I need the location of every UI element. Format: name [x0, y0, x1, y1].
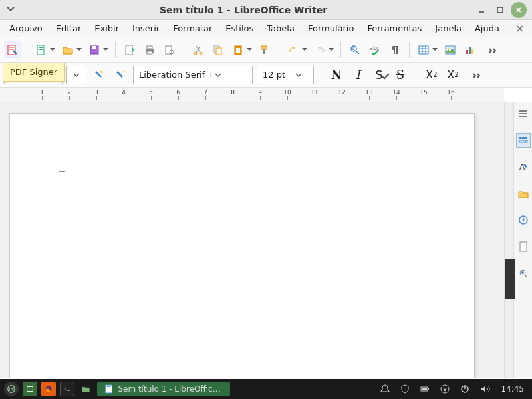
start-menu-button[interactable]: lm — [4, 382, 19, 396]
italic-button[interactable]: I — [349, 66, 366, 84]
print-preview-button[interactable] — [161, 41, 178, 59]
terminal-launcher[interactable] — [60, 382, 74, 396]
svg-rect-44 — [107, 388, 111, 388]
menu-arquivo[interactable]: Arquivo — [4, 21, 48, 35]
menu-bar: Arquivo Editar Exibir Inserir Formatar E… — [0, 20, 532, 37]
font-name-combo[interactable]: Liberation Serif — [133, 66, 253, 84]
open-button[interactable] — [59, 41, 76, 59]
svg-text:lm: lm — [9, 387, 15, 392]
vertical-scrollbar[interactable] — [504, 102, 513, 378]
menu-estilos[interactable]: Estilos — [220, 21, 259, 35]
document-viewport[interactable] — [0, 102, 504, 378]
notifications-icon[interactable] — [377, 382, 393, 396]
menu-tabela[interactable]: Tabela — [261, 21, 300, 35]
svg-point-37 — [521, 271, 524, 274]
insert-chart-button[interactable] — [462, 41, 479, 59]
redo-button[interactable] — [311, 41, 329, 59]
formatting-toolbar: arágrafo Liberation Serif 12 pt N I S S … — [0, 63, 532, 88]
menu-exibir[interactable]: Exibir — [89, 21, 124, 35]
new-style-button[interactable] — [112, 66, 129, 84]
menu-inserir[interactable]: Inserir — [127, 21, 165, 35]
standard-toolbar: A abc — [0, 37, 532, 63]
minimize-button[interactable] — [473, 2, 489, 18]
strikethrough-button[interactable]: S — [392, 66, 409, 84]
insert-image-button[interactable] — [442, 41, 459, 59]
font-size-combo[interactable]: 12 pt — [257, 66, 314, 84]
svg-rect-7 — [126, 45, 132, 55]
close-document-button[interactable]: × — [511, 23, 528, 35]
battery-tray-icon[interactable] — [417, 382, 433, 396]
undo-button[interactable] — [285, 41, 302, 59]
volume-tray-icon[interactable] — [477, 382, 493, 396]
taskbar-active-window[interactable]: Sem título 1 - LibreOffice ... — [97, 382, 230, 396]
svg-rect-10 — [147, 51, 152, 54]
spellcheck-button[interactable]: abc — [366, 41, 384, 59]
svg-text:A: A — [519, 162, 525, 172]
properties-panel-icon[interactable] — [516, 133, 531, 148]
tooltip: PDF Signer — [3, 63, 65, 82]
menu-janela[interactable]: Janela — [430, 21, 467, 35]
subscript-button[interactable]: X2 — [444, 66, 462, 84]
find-replace-button[interactable]: A — [346, 41, 364, 59]
font-size-value: 12 pt — [257, 70, 291, 80]
svg-point-13 — [194, 52, 197, 55]
update-style-button[interactable] — [90, 66, 108, 84]
export-pdf-button[interactable] — [121, 41, 138, 59]
svg-rect-9 — [147, 46, 152, 49]
menu-ferramentas[interactable]: Ferramentas — [362, 21, 427, 35]
svg-point-14 — [200, 52, 202, 55]
formatting-marks-button[interactable] — [386, 41, 404, 59]
shield-tray-icon[interactable] — [397, 382, 413, 396]
svg-rect-0 — [497, 7, 503, 13]
paste-button[interactable] — [229, 41, 247, 59]
document-page[interactable] — [9, 113, 475, 378]
navigator-panel-icon[interactable] — [516, 213, 531, 227]
svg-point-31 — [521, 138, 522, 139]
save-button[interactable] — [86, 41, 103, 59]
cut-button[interactable] — [190, 41, 207, 59]
new-document-button[interactable] — [33, 41, 50, 59]
system-taskbar: lm Sem título 1 - LibreOffice ... 14:45 — [0, 379, 532, 399]
svg-rect-46 — [428, 388, 429, 390]
maximize-button[interactable] — [492, 2, 508, 18]
toolbar-overflow-button[interactable] — [484, 41, 501, 59]
style-inspector-icon[interactable] — [516, 266, 531, 281]
print-button[interactable] — [141, 41, 158, 59]
close-button[interactable] — [511, 2, 527, 18]
font-name-value: Liberation Serif — [134, 70, 210, 80]
svg-rect-3 — [39, 47, 43, 48]
files-launcher[interactable] — [78, 382, 93, 396]
menu-formatar[interactable]: Formatar — [168, 21, 217, 35]
scrollbar-thumb[interactable] — [505, 259, 515, 299]
show-desktop-button[interactable] — [23, 382, 37, 396]
superscript-button[interactable]: X2 — [423, 66, 440, 84]
window-menu-icon[interactable] — [5, 3, 16, 16]
bold-button[interactable]: N — [328, 66, 345, 84]
menu-formulario[interactable]: Formulário — [303, 21, 359, 35]
clone-formatting-button[interactable] — [256, 41, 273, 59]
power-tray-icon[interactable] — [457, 382, 473, 396]
chevron-down-icon — [210, 72, 225, 78]
menu-editar[interactable]: Editar — [51, 21, 87, 35]
paragraph-style-dropdown[interactable] — [66, 66, 86, 84]
svg-rect-43 — [107, 386, 111, 387]
taskbar-active-label: Sem título 1 - LibreOffice ... — [118, 384, 223, 394]
styles-panel-icon[interactable]: A — [516, 160, 531, 174]
firefox-launcher[interactable] — [41, 382, 56, 396]
network-tray-icon[interactable] — [437, 382, 453, 396]
window-titlebar: Sem título 1 - LibreOffice Writer — [0, 0, 532, 20]
underline-button[interactable]: S — [370, 66, 388, 84]
sidebar-menu-icon[interactable] — [516, 106, 531, 121]
insert-table-button[interactable] — [415, 41, 432, 59]
horizontal-ruler[interactable]: 12345678910111213141516 — [0, 88, 504, 102]
copy-button[interactable] — [209, 41, 227, 59]
pdf-signer-button[interactable] — [4, 41, 21, 59]
gallery-panel-icon[interactable] — [516, 186, 531, 201]
svg-text:A: A — [352, 47, 355, 52]
page-panel-icon[interactable] — [516, 239, 531, 254]
taskbar-clock[interactable]: 14:45 — [497, 384, 528, 394]
formatbar-overflow-button[interactable] — [468, 66, 485, 84]
svg-rect-23 — [419, 46, 428, 54]
svg-rect-27 — [469, 47, 471, 54]
menu-ajuda[interactable]: Ajuda — [469, 21, 505, 35]
